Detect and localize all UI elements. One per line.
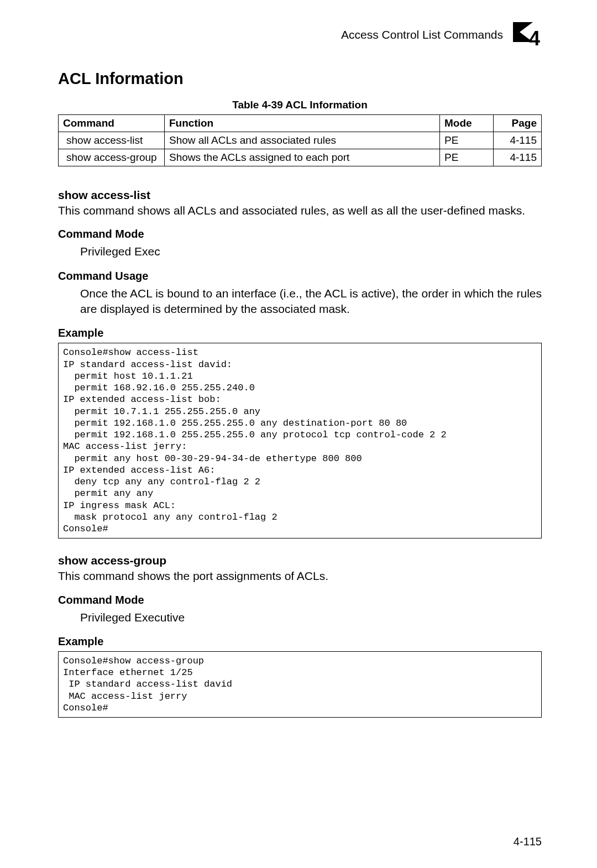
label-command-usage: Command Usage	[58, 270, 542, 283]
cell-page: 4-115	[494, 149, 542, 166]
example-show-access-group: Console#show access-group Interface ethe…	[58, 651, 542, 718]
page: Access Control List Commands 4 ACL Infor…	[0, 0, 597, 868]
cell-mode: PE	[440, 149, 494, 166]
cell-command: show access-list	[59, 132, 165, 149]
chapter-marker: 4	[513, 22, 542, 48]
desc-show-access-list: This command shows all ACLs and associat…	[58, 203, 542, 218]
label-command-mode-2: Command Mode	[58, 594, 542, 606]
value-command-mode-2: Privileged Executive	[80, 610, 542, 625]
section-title: ACL Information	[58, 70, 542, 88]
breadcrumb: Access Control List Commands	[341, 28, 503, 41]
heading-show-access-list: show access-list	[58, 189, 542, 202]
value-command-usage: Once the ACL is bound to an interface (i…	[80, 286, 542, 317]
cell-function: Show all ACLs and associated rules	[165, 132, 440, 149]
cell-page: 4-115	[494, 132, 542, 149]
table-row: show access-group Shows the ACLs assigne…	[59, 149, 542, 166]
label-example: Example	[58, 327, 542, 339]
cell-mode: PE	[440, 132, 494, 149]
col-header-function: Function	[165, 115, 440, 132]
heading-show-access-group: show access-group	[58, 554, 542, 567]
table-header-row: Command Function Mode Page	[59, 115, 542, 132]
value-command-mode: Privileged Exec	[80, 244, 542, 259]
chapter-number: 4	[529, 29, 540, 49]
acl-information-table: Command Function Mode Page show access-l…	[58, 114, 542, 166]
desc-show-access-group: This command shows the port assignments …	[58, 568, 542, 583]
example-show-access-list: Console#show access-list IP standard acc…	[58, 343, 542, 538]
col-header-page: Page	[494, 115, 542, 132]
page-header: Access Control List Commands 4	[58, 22, 542, 48]
table-caption: Table 4-39 ACL Information	[58, 99, 542, 111]
table-row: show access-list Show all ACLs and assoc…	[59, 132, 542, 149]
col-header-command: Command	[59, 115, 165, 132]
label-example-2: Example	[58, 635, 542, 648]
page-number: 4-115	[514, 835, 542, 848]
cell-function: Shows the ACLs assigned to each port	[165, 149, 440, 166]
col-header-mode: Mode	[440, 115, 494, 132]
label-command-mode: Command Mode	[58, 228, 542, 240]
cell-command: show access-group	[59, 149, 165, 166]
